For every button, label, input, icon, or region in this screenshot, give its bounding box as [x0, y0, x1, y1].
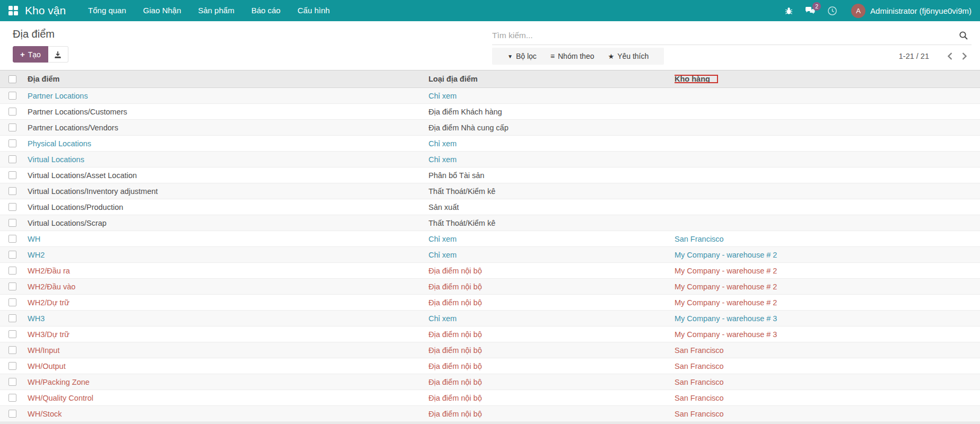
table-row[interactable]: WH2/Dự trữ Địa điểm nội bộ My Company - … [0, 295, 980, 311]
table-row[interactable]: Partner Locations/Vendors Địa điểm Nhà c… [0, 120, 980, 136]
select-all-checkbox[interactable] [8, 75, 16, 83]
cell-location-type[interactable]: Chỉ xem [428, 139, 675, 148]
table-row[interactable]: Virtual Locations/Asset Location Phân bổ… [0, 167, 980, 183]
row-checkbox[interactable] [8, 362, 16, 370]
cell-location[interactable]: WH2/Đầu vào [25, 282, 428, 291]
favorites-button[interactable]: ★ Yêu thích [601, 52, 655, 60]
cell-location-type[interactable]: Chỉ xem [428, 251, 675, 259]
cell-location-type[interactable]: Địa điểm nội bộ [428, 282, 675, 291]
table-row[interactable]: WH/Quality Control Địa điểm nội bộ San F… [0, 390, 980, 406]
cell-location-type[interactable]: Chỉ xem [428, 155, 675, 164]
cell-location[interactable]: WH2/Dự trữ [25, 298, 428, 307]
cell-location[interactable]: WH/Packing Zone [25, 378, 428, 386]
header-warehouse[interactable]: Kho hàng [675, 75, 980, 83]
cell-location-type[interactable]: Địa điểm nội bộ [428, 267, 675, 275]
user-menu[interactable]: Administrator (fj6nyue0vi9m) [870, 6, 972, 15]
cell-location[interactable]: Virtual Locations [25, 155, 428, 164]
cell-location[interactable]: WH/Stock [25, 410, 428, 418]
row-checkbox[interactable] [8, 219, 16, 227]
cell-warehouse[interactable]: San Francisco [675, 362, 980, 370]
cell-location[interactable]: Virtual Locations/Production [25, 203, 428, 211]
search-input[interactable] [492, 31, 956, 40]
cell-location[interactable]: WH2/Đầu ra [25, 267, 428, 275]
cell-location-type[interactable]: Thất Thoát/Kiểm kê [428, 219, 675, 227]
row-checkbox[interactable] [8, 92, 16, 100]
cell-location[interactable]: Physical Locations [25, 139, 428, 148]
row-checkbox[interactable] [8, 108, 16, 116]
apps-grid-icon[interactable] [8, 6, 18, 15]
row-checkbox[interactable] [8, 410, 16, 418]
cell-location-type[interactable]: Địa điểm nội bộ [428, 378, 675, 386]
row-checkbox[interactable] [8, 123, 16, 131]
row-checkbox[interactable] [8, 251, 16, 259]
row-checkbox[interactable] [8, 330, 16, 338]
row-checkbox[interactable] [8, 282, 16, 290]
row-checkbox[interactable] [8, 394, 16, 402]
table-row[interactable]: Virtual Locations/Production Sản xuất [0, 199, 980, 215]
cell-location-type[interactable]: Địa điểm nội bộ [428, 362, 675, 370]
cell-location[interactable]: Virtual Locations/Scrap [25, 219, 428, 227]
nav-item-reporting[interactable]: Báo cáo [243, 0, 289, 21]
cell-location[interactable]: WH/Quality Control [25, 394, 428, 402]
cell-warehouse[interactable]: My Company - warehouse # 3 [675, 330, 980, 339]
cell-warehouse[interactable]: San Francisco [675, 235, 980, 243]
cell-warehouse[interactable]: My Company - warehouse # 2 [675, 282, 980, 291]
row-checkbox[interactable] [8, 139, 16, 147]
nav-item-products[interactable]: Sản phẩm [190, 0, 243, 21]
row-checkbox[interactable] [8, 267, 16, 275]
table-row[interactable]: WH/Output Địa điểm nội bộ San Francisco [0, 358, 980, 374]
table-row[interactable]: Partner Locations Chỉ xem [0, 88, 980, 104]
nav-item-overview[interactable]: Tổng quan [80, 0, 135, 21]
table-row[interactable]: Virtual Locations/Inventory adjustment T… [0, 183, 980, 199]
search-icon[interactable] [956, 31, 972, 40]
row-checkbox[interactable] [8, 155, 16, 163]
user-avatar[interactable]: A [851, 4, 865, 18]
cell-location-type[interactable]: Địa điểm Nhà cung cấp [428, 123, 675, 132]
next-page-button[interactable] [957, 52, 972, 60]
cell-location-type[interactable]: Địa điểm nội bộ [428, 394, 675, 402]
cell-location-type[interactable]: Địa điểm nội bộ [428, 410, 675, 418]
cell-warehouse[interactable]: San Francisco [675, 378, 980, 386]
cell-location[interactable]: WH/Output [25, 362, 428, 370]
table-row[interactable]: WH2 Chỉ xem My Company - warehouse # 2 [0, 247, 980, 263]
table-row[interactable]: WH2/Đầu ra Địa điểm nội bộ My Company - … [0, 263, 980, 279]
create-button[interactable]: + Tạo [13, 46, 48, 63]
cell-location[interactable]: Partner Locations/Customers [25, 108, 428, 116]
cell-warehouse[interactable]: My Company - warehouse # 2 [675, 267, 980, 275]
export-button[interactable] [48, 46, 68, 63]
nav-item-config[interactable]: Cấu hình [289, 0, 338, 21]
table-row[interactable]: Virtual Locations/Scrap Thất Thoát/Kiểm … [0, 215, 980, 231]
row-checkbox[interactable] [8, 171, 16, 179]
row-checkbox[interactable] [8, 378, 16, 386]
cell-location[interactable]: WH3/Dự trữ [25, 330, 428, 339]
row-checkbox[interactable] [8, 203, 16, 211]
table-row[interactable]: Partner Locations/Customers Địa điểm Khá… [0, 104, 980, 120]
nav-item-transfers[interactable]: Giao Nhận [135, 0, 190, 21]
table-row[interactable]: WH3/Dự trữ Địa điểm nội bộ My Company - … [0, 326, 980, 342]
messages-icon[interactable]: 2 [805, 6, 816, 15]
table-row[interactable]: WH/Input Địa điểm nội bộ San Francisco [0, 342, 980, 358]
header-location-type[interactable]: Loại địa điểm [428, 75, 675, 83]
row-checkbox[interactable] [8, 187, 16, 195]
cell-location-type[interactable]: Thất Thoát/Kiểm kê [428, 187, 675, 196]
table-row[interactable]: WH Chỉ xem San Francisco [0, 231, 980, 247]
cell-warehouse[interactable]: San Francisco [675, 346, 980, 355]
filters-button[interactable]: ▼ Bộ lọc [501, 52, 544, 60]
table-row[interactable]: WH2/Đầu vào Địa điểm nội bộ My Company -… [0, 279, 980, 295]
cell-location-type[interactable]: Địa điểm nội bộ [428, 298, 675, 307]
cell-warehouse[interactable]: My Company - warehouse # 2 [675, 298, 980, 307]
cell-location[interactable]: WH [25, 235, 428, 243]
cell-location-type[interactable]: Địa điểm nội bộ [428, 330, 675, 339]
group-by-button[interactable]: ≡ Nhóm theo [544, 52, 601, 60]
row-checkbox[interactable] [8, 235, 16, 243]
cell-location-type[interactable]: Địa điểm nội bộ [428, 346, 675, 355]
row-checkbox[interactable] [8, 314, 16, 322]
cell-location[interactable]: Virtual Locations/Asset Location [25, 171, 428, 180]
cell-location-type[interactable]: Chỉ xem [428, 314, 675, 323]
cell-location-type[interactable]: Phân bổ Tài sản [428, 171, 675, 180]
header-location[interactable]: Địa điểm [25, 75, 428, 83]
cell-warehouse[interactable]: San Francisco [675, 410, 980, 418]
cell-location[interactable]: WH/Input [25, 346, 428, 355]
cell-warehouse[interactable]: San Francisco [675, 394, 980, 402]
cell-location[interactable]: Partner Locations [25, 92, 428, 100]
